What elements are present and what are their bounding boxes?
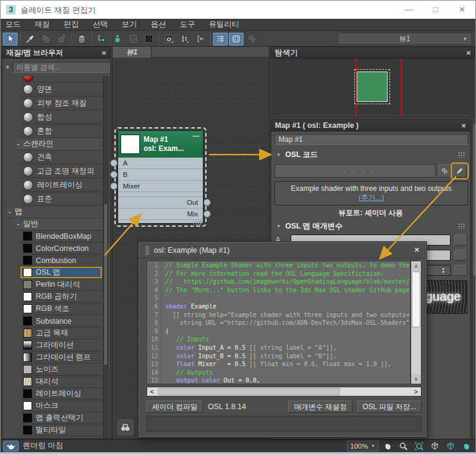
map-list-item[interactable]: 그라데이션 <box>21 339 102 352</box>
collapse-minus-icon[interactable]: - <box>8 208 11 216</box>
map-list-item[interactable]: RGB 색조 <box>21 303 102 315</box>
mixer-map-button[interactable] <box>454 265 468 276</box>
pan-to-selected-button[interactable] <box>460 441 473 452</box>
input-socket-icon[interactable] <box>110 159 117 167</box>
material-list-item[interactable]: 혼합 <box>21 124 102 138</box>
zoom-extents-button[interactable] <box>428 441 441 452</box>
zoom-region-button[interactable] <box>412 441 426 452</box>
filter-dropdown-icon[interactable]: ▼ <box>5 62 10 72</box>
material-list-item[interactable] <box>21 76 102 82</box>
pick-material-button[interactable] <box>23 33 38 45</box>
output-socket-icon[interactable] <box>203 210 211 218</box>
menu-item[interactable]: 선택 <box>93 19 108 30</box>
material-list-item[interactable]: 외부 참조 재질 <box>21 96 102 110</box>
map-list-item[interactable]: 맵 출력선택기 <box>21 412 102 424</box>
map-list-item[interactable]: 노이즈 <box>21 364 102 376</box>
zoom-magnifier-button[interactable] <box>397 441 410 452</box>
scroll-right-icon[interactable]: > <box>411 387 421 396</box>
material-list-item[interactable]: 표준 <box>21 192 102 206</box>
find-node-button[interactable] <box>117 419 133 435</box>
menu-item[interactable]: 모드 <box>5 19 21 30</box>
select-arrow-button[interactable] <box>3 33 18 45</box>
node-input-row[interactable]: B <box>118 169 203 181</box>
node-header[interactable]: Map #1 osl: Exam... — <box>118 131 203 158</box>
compile-shader-button[interactable]: 셰이더 컴파일 <box>147 401 203 413</box>
map-list-item[interactable]: 반점 <box>21 436 102 438</box>
osl-file-field[interactable]: · · · · · <box>274 164 436 178</box>
render-status-button[interactable] <box>3 441 19 452</box>
material-node[interactable]: Map #1 osl: Exam... — ABMixer OutMix <box>117 130 203 224</box>
search-input[interactable] <box>13 62 111 73</box>
node-output-row[interactable]: Out <box>118 197 203 209</box>
more-link[interactable]: (추가...) <box>359 193 384 202</box>
material-browser-toggle-button[interactable] <box>213 33 228 45</box>
map-name-field[interactable]: Map #1 <box>274 134 468 145</box>
drag-grip-icon[interactable] <box>145 245 149 255</box>
param-b-map-button[interactable] <box>454 250 468 261</box>
code-editor[interactable]: 1// Simple Example Shader with three inp… <box>147 261 411 384</box>
save-osl-file-button[interactable]: OSL 파일 저장... <box>357 401 421 413</box>
put-to-library-button[interactable] <box>110 33 125 45</box>
menu-item[interactable]: 재질 <box>35 19 50 30</box>
menu-item[interactable]: 편집 <box>64 19 79 30</box>
material-list-item[interactable]: 고급 조명 재정의 <box>21 164 102 178</box>
tab-view1[interactable]: 뷰1 <box>113 47 151 58</box>
move-children-button[interactable] <box>94 33 109 45</box>
show-background-button[interactable] <box>142 33 156 45</box>
code-horizontal-scrollbar[interactable]: < > <box>147 387 421 396</box>
menu-item[interactable]: 유틸리티 <box>209 19 239 30</box>
param-a-map-button[interactable] <box>454 235 468 245</box>
node-input-row[interactable]: Mixer <box>118 181 203 192</box>
node-output-row[interactable]: Mix <box>118 209 203 220</box>
map-list-item-selected[interactable]: OSL 맵 <box>21 267 102 279</box>
map-list-item[interactable]: Perlin 대리석 <box>21 279 102 291</box>
browser-scrollbar[interactable] <box>103 76 108 438</box>
zoom-extents-selected-button[interactable] <box>444 441 457 452</box>
osl-params-section-header[interactable]: ▼ OSL 맵 매개변수 <box>271 220 470 232</box>
layout-children-button[interactable] <box>193 33 208 45</box>
map-list-item[interactable]: BlendedBoxMap <box>21 230 102 242</box>
map-list-item[interactable]: 그라데이션 램프 <box>21 352 102 364</box>
dialog-titlebar[interactable]: osl: Example (Map #1) ✕ <box>139 242 426 258</box>
map-list-item[interactable]: 멀티타일 <box>21 424 102 436</box>
scroll-down-icon[interactable]: ∨ <box>411 374 421 384</box>
minimize-button[interactable]: — <box>395 1 422 19</box>
collapse-minus-icon[interactable]: - <box>17 220 19 229</box>
map-list-item[interactable]: Combustion <box>21 255 102 267</box>
collapse-minus-icon[interactable]: - <box>17 140 19 149</box>
input-socket-icon[interactable] <box>110 171 117 178</box>
output-socket-icon[interactable] <box>203 199 211 206</box>
menu-item[interactable]: 옵션 <box>151 19 166 30</box>
material-list-item[interactable]: 건축 <box>21 150 102 164</box>
map-list-item[interactable]: RGB 곱하기 <box>21 291 102 303</box>
scroll-up-icon[interactable]: ∧ <box>411 261 421 271</box>
scroll-left-icon[interactable]: < <box>147 387 157 396</box>
scrollbar-thumb[interactable] <box>158 388 340 395</box>
close-icon[interactable]: ✕ <box>414 246 420 254</box>
material-list-item[interactable]: 레이트레이싱 <box>21 178 102 192</box>
map-list-item[interactable]: 레이트레이싱 <box>21 388 102 400</box>
section-header[interactable]: -맵 <box>6 206 102 218</box>
group-header[interactable]: -스캔라인 <box>15 138 102 150</box>
map-list-item[interactable]: 마스크 <box>21 400 102 412</box>
navigator-body[interactable] <box>272 59 474 116</box>
scrollbar-thumb[interactable] <box>412 272 420 327</box>
delete-button[interactable] <box>74 33 89 45</box>
map-list-item[interactable]: Substance <box>21 315 102 327</box>
map-list-item[interactable]: ColorCorrection <box>21 242 102 255</box>
sample-material-button[interactable] <box>39 33 53 45</box>
close-button[interactable]: ✕ <box>449 1 475 19</box>
zoom-level-dropdown[interactable]: 100% ▼ <box>347 441 378 452</box>
menu-item[interactable]: 보기 <box>122 19 137 30</box>
close-icon[interactable]: ✕ <box>466 50 471 56</box>
assign-material-button[interactable] <box>55 33 69 45</box>
close-icon[interactable]: ✕ <box>102 50 107 56</box>
resize-grip-icon[interactable] <box>193 221 202 226</box>
input-socket-icon[interactable] <box>110 182 117 190</box>
view-selector-dropdown[interactable]: 뷰1 ▼ <box>337 33 472 45</box>
show-shaded-map-button[interactable] <box>126 33 140 45</box>
panel-scrollbar[interactable] <box>472 119 476 441</box>
osl-link-button[interactable] <box>438 164 451 178</box>
navigator-toggle-button[interactable] <box>229 33 243 45</box>
node-input-row[interactable]: A <box>118 158 203 169</box>
